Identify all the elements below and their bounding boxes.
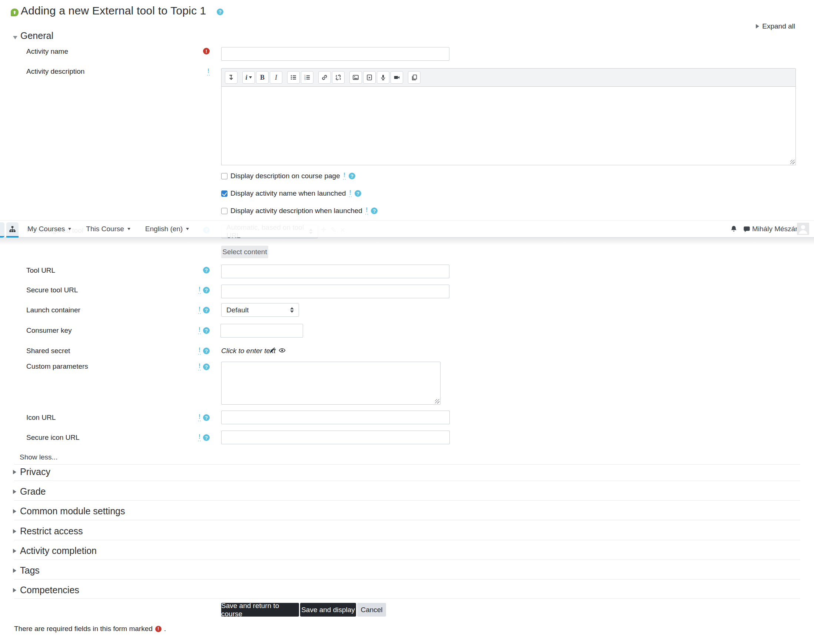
help-icon[interactable]: ? [203, 434, 210, 441]
info-icon[interactable]: ! [198, 363, 201, 371]
info-icon[interactable]: ! [365, 207, 368, 215]
link-button[interactable] [318, 71, 331, 84]
launch-container-select[interactable]: Default [221, 303, 299, 317]
section-common-module-settings[interactable]: Common module settings [13, 506, 125, 517]
nav-menu-this-course[interactable]: This Course [86, 225, 130, 233]
styles-glyph: i [245, 74, 247, 81]
help-icon[interactable]: ? [349, 173, 355, 179]
info-icon[interactable]: ! [198, 347, 201, 354]
italic-glyph: I [275, 74, 277, 81]
navbar-shadow [0, 238, 814, 245]
messages-icon[interactable] [743, 225, 751, 235]
section-general-heading[interactable]: General [20, 31, 54, 41]
nav-menu-language[interactable]: English (en) [145, 225, 189, 233]
bold-button[interactable]: B [256, 71, 268, 84]
notifications-bell-icon[interactable] [730, 225, 738, 235]
help-icon[interactable]: ? [203, 267, 210, 273]
select-content-button[interactable]: Select content [221, 246, 268, 258]
collapse-toolbar-button[interactable] [225, 71, 238, 84]
activity-name-input[interactable] [221, 47, 449, 61]
section-collapse-icon [13, 588, 16, 592]
info-icon[interactable]: ! [198, 287, 201, 294]
help-icon[interactable]: ? [203, 307, 210, 313]
ordered-list-button[interactable]: 123 [301, 71, 313, 84]
save-and-return-button[interactable]: Save and return to course [221, 603, 299, 616]
nav-tab-partial[interactable] [0, 222, 5, 238]
section-common-module-settings-heading: Common module settings [20, 506, 125, 517]
required-note-period: . [164, 625, 166, 633]
display-activity-name-checkbox[interactable] [221, 190, 227, 197]
sitemap-icon [9, 225, 16, 233]
page-title: Adding a new External tool to Topic 1 [21, 5, 206, 17]
section-grade-heading: Grade [20, 486, 46, 497]
display-activity-description-checkbox[interactable] [221, 208, 227, 214]
help-icon[interactable]: ? [203, 287, 210, 293]
info-icon[interactable]: ! [207, 68, 210, 75]
section-privacy-heading: Privacy [20, 466, 51, 477]
secure-tool-url-input[interactable] [221, 285, 449, 298]
help-icon[interactable]: ? [354, 190, 361, 197]
display-description-checkbox[interactable] [221, 173, 227, 179]
shared-secret-value[interactable]: Click to enter text [221, 347, 276, 355]
editor-resize-handle[interactable] [790, 160, 795, 164]
unordered-list-button[interactable] [287, 71, 300, 84]
info-icon[interactable]: ! [198, 434, 201, 441]
section-competencies[interactable]: Competencies [13, 585, 79, 595]
divider [14, 464, 800, 465]
record-video-button[interactable] [391, 71, 403, 84]
tool-url-input[interactable] [221, 265, 449, 278]
help-icon[interactable]: ? [203, 363, 210, 370]
help-icon[interactable]: ? [203, 327, 210, 334]
record-audio-button[interactable] [377, 71, 389, 84]
insert-media-button[interactable] [363, 71, 376, 84]
custom-parameters-textarea[interactable] [221, 362, 440, 405]
icon-url-input[interactable] [221, 411, 450, 424]
edit-pencil-icon[interactable] [269, 347, 276, 354]
required-icon: ! [155, 626, 161, 632]
shared-secret-label: Shared secret [26, 347, 70, 355]
info-icon[interactable]: ! [198, 327, 201, 334]
section-grade[interactable]: Grade [13, 486, 46, 497]
expand-all-link[interactable]: Expand all [756, 22, 795, 31]
display-activity-name-checkbox-row: Display activity name when launched ! ? [221, 189, 361, 198]
section-restrict-access-heading: Restrict access [20, 526, 83, 537]
show-secret-eye-icon[interactable] [279, 347, 286, 355]
secure-icon-url-input[interactable] [221, 431, 450, 444]
cancel-button[interactable]: Cancel [357, 603, 386, 616]
display-description-checkbox-row: Display description on course page ! ? [221, 172, 355, 180]
language-label: English (en) [145, 225, 182, 233]
italic-button[interactable]: I [270, 71, 282, 84]
textarea-resize-handle[interactable] [435, 399, 439, 403]
user-avatar[interactable] [797, 223, 809, 235]
page-help-icon[interactable]: ? [217, 9, 224, 15]
insert-image-button[interactable] [350, 71, 362, 84]
section-privacy[interactable]: Privacy [13, 466, 51, 477]
caret-down-icon [186, 228, 189, 230]
editor-content-area[interactable] [221, 87, 796, 165]
display-activity-name-label: Display activity name when launched [230, 189, 346, 198]
activity-description-label: Activity description [26, 67, 84, 75]
info-icon[interactable]: ! [343, 172, 346, 180]
section-restrict-access[interactable]: Restrict access [13, 526, 83, 537]
caret-down-icon [68, 228, 71, 230]
save-and-display-button[interactable]: Save and display [300, 603, 356, 616]
section-tags[interactable]: Tags [13, 565, 40, 576]
section-collapse-icon [13, 549, 16, 553]
nav-menu-my-courses[interactable]: My Courses [28, 225, 71, 233]
info-icon[interactable]: ! [349, 190, 352, 197]
show-less-link[interactable]: Show less... [20, 453, 57, 462]
help-icon[interactable]: ? [371, 207, 377, 214]
manage-files-button[interactable] [408, 71, 420, 84]
secure-tool-url-label: Secure tool URL [26, 286, 78, 294]
paragraph-styles-button[interactable]: i [242, 71, 255, 84]
unlink-button[interactable] [332, 71, 345, 84]
help-icon[interactable]: ? [203, 414, 210, 421]
general-collapse-icon[interactable] [13, 36, 17, 39]
section-activity-completion[interactable]: Activity completion [13, 546, 97, 556]
caret-down-icon [249, 76, 252, 78]
info-icon[interactable]: ! [198, 307, 201, 314]
info-icon[interactable]: ! [198, 414, 201, 421]
help-icon[interactable]: ? [203, 348, 210, 354]
consumer-key-input[interactable] [221, 324, 303, 337]
nav-tab-site-home[interactable] [6, 222, 18, 238]
